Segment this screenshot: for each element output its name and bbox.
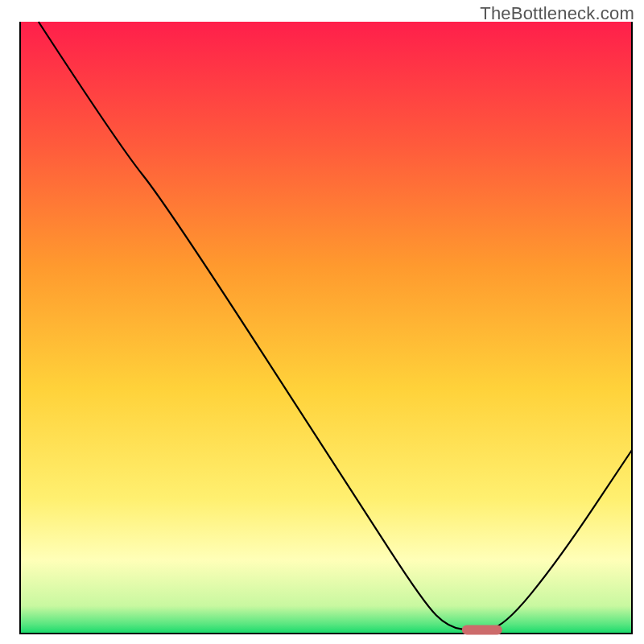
watermark-text: TheBottleneck.com bbox=[480, 3, 634, 24]
bottleneck-chart bbox=[0, 0, 644, 644]
